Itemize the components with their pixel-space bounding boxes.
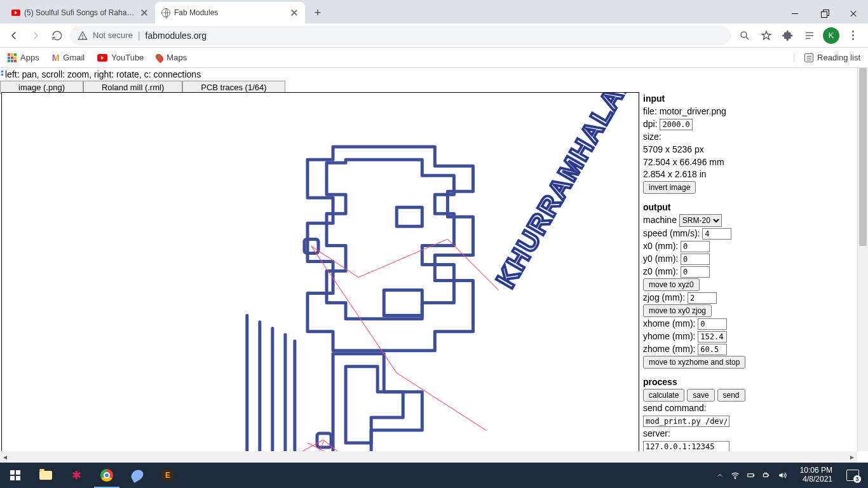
reading-list-toolbar-icon[interactable] <box>799 25 820 46</box>
input-header: input <box>643 93 665 104</box>
size-label: size: <box>643 131 855 143</box>
scroll-thumb[interactable] <box>859 68 867 246</box>
svg-rect-6 <box>747 474 753 477</box>
move-xyzhome-button[interactable]: move to xyzhome and stop <box>643 356 745 369</box>
reading-list-icon <box>804 53 813 62</box>
power-icon[interactable] <box>762 471 771 480</box>
eagle-button[interactable]: E <box>153 463 183 488</box>
tab-title: Fab Modules <box>174 8 286 17</box>
clock-date: 4/8/2021 <box>800 475 832 484</box>
apps-bookmark[interactable]: Apps <box>8 53 39 62</box>
calculate-button[interactable]: calculate <box>643 389 684 402</box>
windows-logo-icon <box>10 470 20 480</box>
invert-image-button[interactable]: invert image <box>643 181 696 194</box>
browser-tab-youtube[interactable]: (5) Soulful Sufi Songs of Rahat F… <box>5 2 155 24</box>
dpi-input[interactable] <box>660 119 693 130</box>
chevron-up-icon[interactable] <box>716 471 724 479</box>
gmail-bookmark[interactable]: M Gmail <box>52 53 85 63</box>
browser-tab-fabmodules[interactable]: Fab Modules <box>155 2 305 24</box>
taskbar-right: 10:06 PM 4/8/2021 <box>711 463 868 488</box>
palette-icon <box>129 468 145 483</box>
app-button[interactable]: ✱ <box>61 463 92 488</box>
zhome-input[interactable] <box>698 344 727 355</box>
y0-label: y0 (mm): <box>643 254 678 264</box>
close-tab-icon[interactable] <box>140 8 149 17</box>
move-xy0-zjog-button[interactable]: move to xy0 zjog <box>643 304 712 317</box>
horizontal-scrollbar[interactable]: ◄► <box>0 451 857 463</box>
bookmark-label: YouTube <box>111 53 144 62</box>
zjog-input[interactable] <box>688 292 717 304</box>
svg-point-1 <box>741 32 747 37</box>
machine-select[interactable]: SRM-20 <box>679 214 722 227</box>
size-in: 2.854 x 2.618 in <box>643 168 855 180</box>
maximize-button[interactable] <box>810 3 839 24</box>
xhome-input[interactable] <box>698 318 727 330</box>
canvas-viewport[interactable]: KHURRAMHALAR <box>1 92 639 463</box>
viewport-hint: left: pan, scroll: zoom, right: rotate, … <box>0 68 868 81</box>
bookmark-star-icon[interactable] <box>756 25 776 46</box>
search-icon[interactable] <box>735 25 755 46</box>
battery-icon[interactable] <box>747 471 756 480</box>
wifi-icon[interactable] <box>730 471 740 480</box>
taskbar-clock[interactable]: 10:06 PM 4/8/2021 <box>795 466 837 484</box>
action-center-button[interactable] <box>846 470 859 481</box>
minimize-button[interactable] <box>780 3 810 24</box>
bookmark-label: Maps <box>166 53 187 62</box>
security-label: Not secure <box>93 30 133 40</box>
size-mm: 72.504 x 66.496 mm <box>643 156 855 168</box>
server-label: server: <box>643 428 855 440</box>
svg-rect-7 <box>763 474 768 477</box>
move-xyz0-button[interactable]: move to xyz0 <box>643 278 700 291</box>
file-value: motor_driver.png <box>660 106 726 116</box>
reading-list-button[interactable]: Reading list <box>794 53 860 62</box>
paint-button[interactable] <box>122 463 153 488</box>
bookmarks-bar: Apps M Gmail YouTube Maps Reading list <box>0 48 868 68</box>
window-titlebar: (5) Soulful Sufi Songs of Rahat F… Fab M… <box>0 0 868 24</box>
dpi-label: dpi: <box>643 119 658 129</box>
reading-list-label: Reading list <box>817 53 860 62</box>
extensions-icon[interactable] <box>778 25 798 46</box>
svg-text:KHURRAMHALAR: KHURRAMHALAR <box>491 93 639 293</box>
send-button[interactable]: send <box>717 389 745 402</box>
start-button[interactable] <box>0 463 31 488</box>
apps-grid-icon <box>8 53 17 62</box>
reload-button[interactable] <box>48 27 66 44</box>
close-window-button[interactable] <box>839 3 868 24</box>
system-tray[interactable] <box>711 471 792 480</box>
scroll-left-arrow-icon[interactable]: ◄ <box>2 454 8 461</box>
speed-label: speed (mm/s): <box>643 228 700 238</box>
chrome-taskbar-button[interactable] <box>92 463 122 488</box>
youtube-icon <box>97 54 107 62</box>
windows-taskbar: ✱ E 10:06 PM 4/8/2021 <box>0 463 868 488</box>
chrome-menu-button[interactable] <box>843 25 863 46</box>
forward-button[interactable] <box>27 27 44 44</box>
volume-icon[interactable] <box>777 471 787 480</box>
profile-button[interactable]: K <box>821 25 841 46</box>
z0-input[interactable] <box>681 266 710 278</box>
close-tab-icon[interactable] <box>290 8 299 17</box>
vertical-scrollbar[interactable] <box>857 68 868 451</box>
back-button[interactable] <box>5 27 23 44</box>
taskbar-left: ✱ E <box>0 463 183 488</box>
scroll-right-arrow-icon[interactable]: ► <box>849 454 855 461</box>
file-label: file: <box>643 106 657 116</box>
x0-input[interactable] <box>681 241 710 252</box>
youtube-bookmark[interactable]: YouTube <box>97 53 144 62</box>
clock-time: 10:06 PM <box>800 466 832 475</box>
omnibox[interactable]: Not secure | fabmodules.org <box>70 26 731 45</box>
address-bar: Not secure | fabmodules.org K <box>0 24 868 48</box>
y0-input[interactable] <box>681 254 710 265</box>
settings-panel: input file: motor_driver.png dpi: size: … <box>643 92 855 463</box>
send-cmd-input[interactable] <box>643 416 729 427</box>
size-px: 5709 x 5236 px <box>643 144 855 156</box>
yhome-input[interactable] <box>698 331 727 342</box>
new-tab-button[interactable]: + <box>309 4 327 22</box>
maps-bookmark[interactable]: Maps <box>156 53 187 62</box>
svg-point-0 <box>83 37 83 38</box>
save-button[interactable]: save <box>687 389 714 402</box>
file-explorer-button[interactable] <box>31 463 61 488</box>
speed-input[interactable] <box>702 228 731 240</box>
yhome-label: yhome (mm): <box>643 331 695 341</box>
zhome-label: zhome (mm): <box>643 344 695 354</box>
window-controls <box>780 3 868 24</box>
